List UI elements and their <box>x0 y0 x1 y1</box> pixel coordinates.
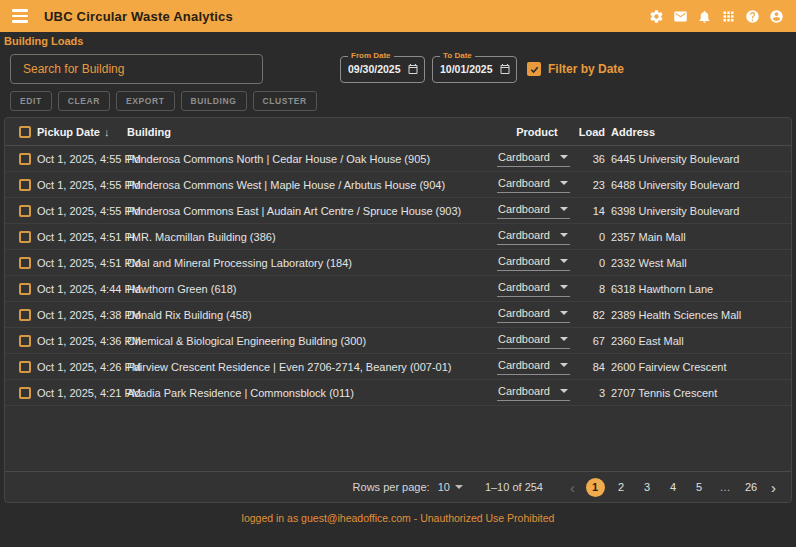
table-row: Oct 1, 2025, 4:51 PM Coal and Mineral Pr… <box>5 250 791 276</box>
address-cell: 6398 University Boulevard <box>605 205 783 217</box>
row-checkbox[interactable] <box>19 231 31 243</box>
row-checkbox[interactable] <box>19 257 31 269</box>
load-cell: 0 <box>577 231 605 243</box>
pagination-bar: Rows per page: 10 1–10 of 254 ‹ 12345…26… <box>5 471 791 502</box>
pickup-date-cell: Oct 1, 2025, 4:26 PM <box>37 361 127 373</box>
table-empty-space <box>5 406 791 471</box>
toolbar-cluster-button[interactable]: CLUSTER <box>253 91 317 111</box>
page-4-button[interactable]: 4 <box>664 478 683 497</box>
load-cell: 14 <box>577 205 605 217</box>
building-cell: Coal and Mineral Processing Laboratory (… <box>127 257 497 269</box>
pages-ellipsis: … <box>716 478 735 497</box>
load-cell: 8 <box>577 283 605 295</box>
table-row: Oct 1, 2025, 4:55 PM Ponderosa Commons E… <box>5 198 791 224</box>
product-value: Cardboard <box>498 385 550 397</box>
column-building[interactable]: Building <box>127 126 497 138</box>
row-checkbox[interactable] <box>19 309 31 321</box>
from-date-field[interactable]: From Date 09/30/2025 <box>340 56 425 83</box>
product-select[interactable]: Cardboard <box>497 384 570 401</box>
chevron-down-icon <box>560 207 568 211</box>
prev-page-button[interactable]: ‹ <box>563 480 582 495</box>
chevron-down-icon <box>560 389 568 393</box>
address-cell: 2360 East Mall <box>605 335 783 347</box>
table-row: Oct 1, 2025, 4:44 PM Hawthorn Green (618… <box>5 276 791 302</box>
product-select[interactable]: Cardboard <box>497 254 570 271</box>
row-checkbox[interactable] <box>19 179 31 191</box>
product-select[interactable]: Cardboard <box>497 280 570 297</box>
address-cell: 6318 Hawthorn Lane <box>605 283 783 295</box>
building-cell: Ponderosa Commons East | Audain Art Cent… <box>127 205 497 217</box>
load-cell: 67 <box>577 335 605 347</box>
account-icon[interactable] <box>769 9 784 24</box>
chevron-down-icon <box>560 155 568 159</box>
product-select[interactable]: Cardboard <box>497 332 570 349</box>
page-3-button[interactable]: 3 <box>638 478 657 497</box>
toolbar-export-button[interactable]: EXPORT <box>116 91 175 111</box>
product-value: Cardboard <box>498 333 550 345</box>
column-product[interactable]: Product <box>497 126 577 138</box>
toolbar-edit-button[interactable]: EDIT <box>10 91 52 111</box>
rows-per-page-label: Rows per page: <box>353 481 430 493</box>
load-cell: 0 <box>577 257 605 269</box>
to-date-field[interactable]: To Date 10/01/2025 <box>432 56 517 83</box>
table-row: Oct 1, 2025, 4:51 PM H. R. Macmillan Bui… <box>5 224 791 250</box>
notifications-icon[interactable] <box>697 9 712 24</box>
page-1-button[interactable]: 1 <box>586 478 605 497</box>
building-cell: H. R. Macmillan Building (386) <box>127 231 497 243</box>
building-cell: Donald Rix Building (458) <box>127 309 497 321</box>
from-date-label: From Date <box>348 51 394 60</box>
page-5-button[interactable]: 5 <box>690 478 709 497</box>
chevron-down-icon <box>560 285 568 289</box>
pickup-date-cell: Oct 1, 2025, 4:21 PM <box>37 387 127 399</box>
pickup-date-cell: Oct 1, 2025, 4:55 PM <box>37 153 127 165</box>
filter-row: From Date 09/30/2025 To Date 10/01/2025 … <box>10 54 796 84</box>
product-select[interactable]: Cardboard <box>497 150 570 167</box>
load-cell: 82 <box>577 309 605 321</box>
product-value: Cardboard <box>498 229 550 241</box>
column-address[interactable]: Address <box>605 126 783 138</box>
footer-login-notice: logged in as guest@iheadoffice.com - Una… <box>0 512 796 524</box>
toolbar-clear-button[interactable]: CLEAR <box>58 91 110 111</box>
page-26-button[interactable]: 26 <box>742 478 761 497</box>
toolbar-building-button[interactable]: BUILDING <box>181 91 247 111</box>
address-cell: 6488 University Boulevard <box>605 179 783 191</box>
row-checkbox[interactable] <box>19 153 31 165</box>
app-bar-actions <box>649 9 784 24</box>
building-cell: Ponderosa Commons West | Maple House / A… <box>127 179 497 191</box>
chevron-down-icon <box>455 485 463 489</box>
address-cell: 2600 Fairview Crescent <box>605 361 783 373</box>
rows-per-page-value: 10 <box>438 481 450 493</box>
to-date-value: 10/01/2025 <box>440 63 493 75</box>
mail-icon[interactable] <box>673 9 688 24</box>
product-value: Cardboard <box>498 203 550 215</box>
chevron-down-icon <box>560 259 568 263</box>
building-loads-card: Pickup Date↓ Building Product Load Addre… <box>4 117 792 503</box>
row-checkbox[interactable] <box>19 205 31 217</box>
apps-icon[interactable] <box>721 9 736 24</box>
page-2-button[interactable]: 2 <box>612 478 631 497</box>
product-select[interactable]: Cardboard <box>497 228 570 245</box>
settings-icon[interactable] <box>649 9 664 24</box>
row-checkbox[interactable] <box>19 335 31 347</box>
row-checkbox[interactable] <box>19 387 31 399</box>
search-input[interactable] <box>10 54 263 84</box>
help-icon[interactable] <box>745 9 760 24</box>
rows-per-page-select[interactable]: 10 <box>438 481 463 493</box>
select-all-checkbox[interactable] <box>19 126 31 138</box>
building-cell: Chemical & Biological Engineering Buildi… <box>127 335 497 347</box>
table-row: Oct 1, 2025, 4:38 PM Donald Rix Building… <box>5 302 791 328</box>
column-load[interactable]: Load <box>577 126 605 138</box>
load-cell: 3 <box>577 387 605 399</box>
row-checkbox[interactable] <box>19 361 31 373</box>
product-select[interactable]: Cardboard <box>497 306 570 323</box>
menu-icon[interactable] <box>12 9 28 22</box>
product-select[interactable]: Cardboard <box>497 176 570 193</box>
column-pickup-date[interactable]: Pickup Date↓ <box>37 126 127 138</box>
filter-by-date-checkbox[interactable]: Filter by Date <box>527 62 624 76</box>
chevron-down-icon <box>560 233 568 237</box>
row-checkbox[interactable] <box>19 283 31 295</box>
product-select[interactable]: Cardboard <box>497 202 570 219</box>
filter-by-date-label: Filter by Date <box>548 62 624 76</box>
product-select[interactable]: Cardboard <box>497 358 570 375</box>
next-page-button[interactable]: › <box>764 480 783 495</box>
